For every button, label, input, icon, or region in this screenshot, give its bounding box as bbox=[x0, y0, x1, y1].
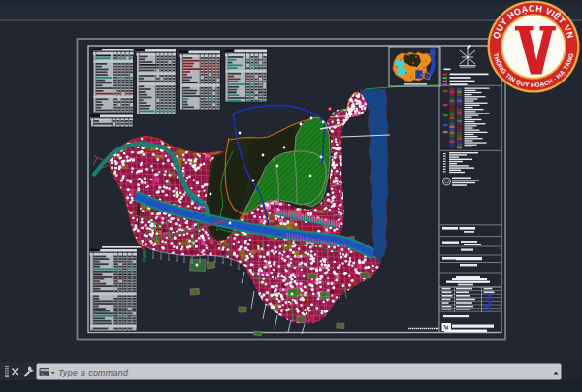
svg-text:Type a command: Type a command bbox=[58, 368, 129, 377]
